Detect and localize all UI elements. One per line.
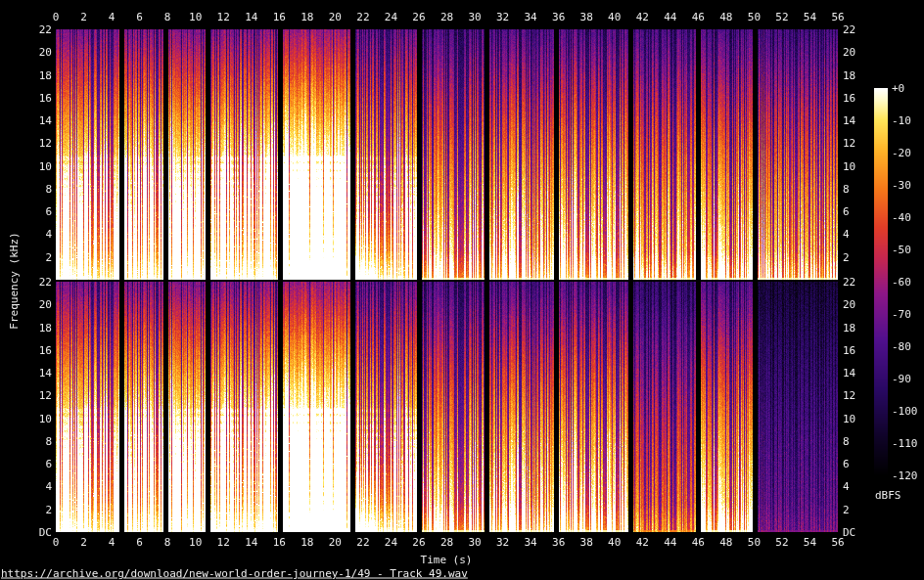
freq-tick-label: 4 [843, 229, 850, 240]
time-tick-label: 4 [109, 12, 116, 22]
time-tick-label: 56 [831, 12, 844, 22]
freq-tick-label: 10 [39, 413, 52, 424]
spectrogram-channel-1-canvas [56, 29, 838, 280]
freq-tick-label: 22 [843, 277, 855, 288]
freq-tick-label: 18 [843, 322, 855, 333]
frequency-axis-title: Frequency (kHz) [8, 232, 21, 329]
freq-tick-label: 16 [843, 92, 855, 103]
time-tick-label: 44 [664, 537, 676, 548]
colorbar-tick-label: -80 [892, 341, 911, 352]
time-tick-label: 0 [53, 537, 60, 548]
time-tick-label: 46 [692, 537, 705, 548]
freq-tick-label: 20 [843, 299, 855, 310]
time-tick-label: 44 [664, 12, 676, 22]
freq-tick-label: 22 [39, 24, 52, 35]
freq-tick-label: 2 [843, 251, 850, 262]
time-tick-label: 22 [356, 537, 369, 548]
freq-tick-label: 14 [843, 115, 855, 126]
time-tick-label: 2 [80, 537, 87, 548]
freq-tick-label: 4 [843, 481, 850, 492]
time-tick-label: 26 [412, 537, 425, 548]
freq-tick-label: 6 [843, 206, 850, 217]
freq-tick-label: 10 [39, 160, 52, 171]
time-tick-label: 6 [136, 12, 143, 22]
time-tick-label: 8 [164, 537, 171, 548]
freq-tick-label: 18 [39, 69, 52, 80]
colorbar-tick-label: -30 [892, 180, 911, 191]
time-tick-label: 54 [804, 537, 816, 548]
time-tick-label: 16 [273, 537, 286, 548]
time-tick-label: 38 [580, 537, 593, 548]
time-tick-label: 40 [608, 537, 621, 548]
time-tick-label: 14 [245, 12, 257, 22]
time-tick-label: 6 [136, 537, 143, 548]
time-tick-label: 32 [496, 537, 509, 548]
time-tick-label: 24 [385, 12, 397, 22]
colorbar-tick-label: -70 [892, 309, 911, 320]
time-tick-label: 12 [217, 537, 230, 548]
freq-tick-label: 20 [843, 47, 855, 58]
freq-tick-label: 2 [843, 504, 850, 514]
freq-tick-label: 16 [39, 92, 52, 103]
time-tick-label: 8 [164, 12, 171, 22]
time-tick-label: 50 [748, 12, 761, 22]
time-tick-label: 52 [775, 12, 788, 22]
time-tick-label: 22 [356, 12, 369, 22]
time-tick-label: 50 [748, 537, 761, 548]
time-tick-label: 16 [273, 12, 286, 22]
colorbar-tick-label: +0 [892, 83, 904, 94]
colorbar-tick-label: -40 [892, 212, 911, 223]
time-tick-label: 30 [468, 537, 481, 548]
freq-tick-label: 22 [843, 24, 855, 35]
freq-tick-label: 2 [45, 504, 52, 514]
colorbar-tick-label: -90 [892, 374, 911, 384]
time-tick-label: 52 [775, 537, 788, 548]
freq-tick-label: 6 [45, 206, 52, 217]
colorbar-tick-label: -60 [892, 277, 911, 288]
time-tick-label: 48 [719, 537, 732, 548]
time-tick-label: 0 [53, 12, 60, 22]
freq-tick-label: 8 [45, 435, 52, 446]
freq-tick-label: 18 [39, 322, 52, 333]
time-tick-label: 26 [412, 12, 425, 22]
freq-tick-label: 12 [843, 390, 855, 401]
freq-tick-label: DC [39, 527, 52, 538]
freq-tick-label: 4 [45, 481, 52, 492]
time-tick-label: 14 [245, 537, 257, 548]
time-tick-label: 46 [692, 12, 705, 22]
time-tick-label: 36 [552, 537, 565, 548]
freq-tick-label: 8 [45, 183, 52, 194]
freq-tick-label: 12 [843, 138, 855, 149]
freq-tick-label: 14 [843, 368, 855, 379]
time-tick-label: 38 [580, 12, 593, 22]
freq-tick-label: 10 [843, 413, 855, 424]
freq-tick-label: 10 [843, 160, 855, 171]
time-tick-label: 42 [636, 537, 649, 548]
freq-tick-label: 12 [39, 138, 52, 149]
time-tick-label: 28 [440, 12, 453, 22]
time-tick-label: 40 [608, 12, 621, 22]
freq-tick-label: 4 [45, 229, 52, 240]
freq-tick-label: 14 [39, 115, 52, 126]
spectrogram-figure: 0246810121416182022242628303234363840424… [0, 0, 924, 580]
time-tick-label: 20 [329, 537, 342, 548]
time-tick-label: 10 [189, 12, 202, 22]
time-tick-label: 18 [300, 12, 313, 22]
freq-tick-label: 8 [843, 435, 850, 446]
freq-tick-label: 2 [45, 251, 52, 262]
time-axis-title: Time (s) [421, 554, 473, 566]
time-tick-label: 2 [80, 12, 87, 22]
time-tick-label: 32 [496, 12, 509, 22]
colorbar-title: dBFS [875, 489, 901, 502]
colorbar-tick-label: -100 [892, 406, 918, 417]
colorbar-tick-label: -20 [892, 148, 911, 158]
colorbar-tick-label: -10 [892, 115, 911, 126]
freq-tick-label: 16 [843, 344, 855, 355]
time-tick-label: 20 [329, 12, 342, 22]
freq-tick-label: 20 [39, 299, 52, 310]
time-tick-label: 34 [524, 12, 536, 22]
colorbar-canvas [874, 88, 888, 475]
time-tick-label: 10 [189, 537, 202, 548]
colorbar-tick-label: -50 [892, 245, 911, 255]
freq-tick-label: 22 [39, 277, 52, 288]
